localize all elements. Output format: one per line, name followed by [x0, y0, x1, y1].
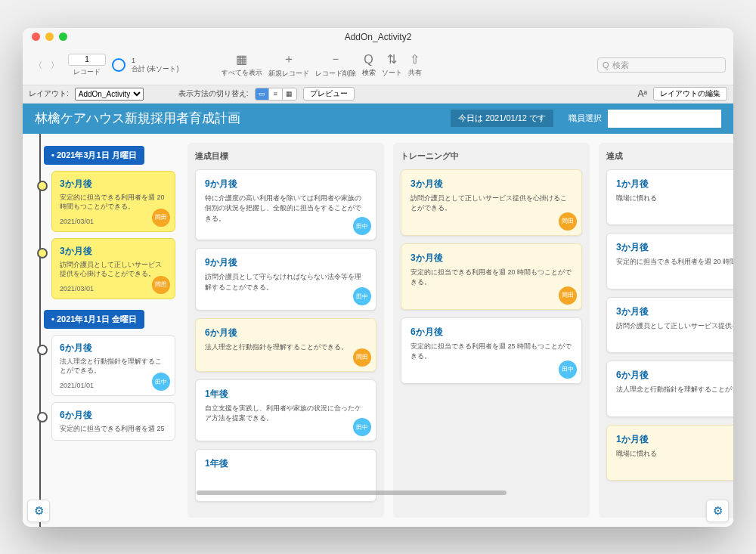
kanban-card[interactable]: 6か月後 安定的に担当できる利用者を週 25 時間もつことができる。 田中	[401, 317, 582, 384]
card-title: 6か月後	[60, 342, 167, 354]
card-description: 訪問介護員として正しいサービス提供を心掛けることができる。	[411, 193, 572, 214]
layout-select[interactable]: AddOn_Activity	[75, 88, 144, 101]
card-description: 訪問介護員として正しいサービス提供をきる。	[616, 321, 733, 332]
total-text: 合計 (未ソート)	[132, 64, 179, 74]
card-title: 6か月後	[411, 326, 572, 339]
kanban-card[interactable]: 3か月後 訪問介護員として正しいサービス提供を心掛けることができる。 岡田	[401, 169, 582, 236]
kanban-card[interactable]: 3か月後 訪問介護員として正しいサービス提供をきる。	[606, 297, 733, 354]
share-button[interactable]: ⇧共有	[408, 52, 422, 78]
share-icon: ⇧	[410, 52, 420, 67]
pie-chart-icon[interactable]	[112, 58, 125, 72]
record-number-input[interactable]	[68, 54, 106, 66]
timeline-date-header: • 2021年1月1日 金曜日	[44, 310, 144, 329]
card-description: 職場に慣れる	[616, 449, 733, 460]
preview-button[interactable]: プレビュー	[303, 87, 355, 101]
card-description: 特に介護度の高い利用者を除いては利用者や家族の個別の状況を把握し、全般的に担当を…	[205, 193, 367, 224]
new-record-button[interactable]: ＋新規レコード	[268, 51, 309, 79]
total-number: 1	[132, 57, 179, 64]
view-list-button[interactable]: ≡	[269, 88, 283, 100]
record-label: レコード	[73, 67, 101, 77]
layout-bar: レイアウト: AddOn_Activity 表示方法の切り替え: ▭ ≡ ▦ プ…	[23, 85, 733, 104]
kanban-card[interactable]: 1年後 自立支援を実践し、利用者や家族の状況に合ったケア方法を提案できる。 田中	[195, 379, 376, 442]
card-description: 自立支援を実践し、利用者や家族の状況に合ったケア方法を提案できる。	[205, 404, 367, 424]
card-description: 安定的に担当できる利用者を週 20 時間	[616, 257, 733, 268]
assignee-badge: 田中	[353, 418, 371, 436]
column-title: トレーニング中	[401, 150, 582, 162]
kanban-card[interactable]: 6か月後 法人理念と行動指針を理解することができる。 岡田	[195, 318, 376, 372]
timeline-card[interactable]: 3か月後 訪問介護員として正しいサービス提供を心掛けることができる。 2021/…	[51, 238, 175, 299]
column-title: 達成目標	[195, 150, 376, 162]
kanban-card[interactable]: 6か月後 法人理念と行動指針を理解することがで	[606, 361, 733, 417]
settings-left-button[interactable]: ⚙	[27, 500, 50, 522]
close-icon[interactable]	[32, 32, 40, 41]
kanban-board[interactable]: 達成目標9か月後 特に介護度の高い利用者を除いては利用者や家族の個別の状況を把握…	[181, 134, 733, 527]
search-icon: Q	[603, 60, 609, 70]
page-title: 林檎ケアハウス新規採用者育成計画	[35, 110, 240, 127]
kanban-card[interactable]: 1か月後 職場に慣れる	[606, 169, 733, 226]
card-description: 安定的に担当できる利用者を週 20 時間もつことができる。	[60, 193, 167, 212]
titlebar: AddOn_Activity2	[23, 28, 733, 46]
horizontal-scrollbar[interactable]	[197, 491, 507, 495]
view-form-button[interactable]: ▭	[256, 88, 269, 100]
show-all-button[interactable]: ▦すべてを表示	[222, 52, 262, 78]
search-button[interactable]: Q検索	[362, 53, 376, 78]
assignee-badge: 田中	[353, 287, 371, 305]
card-title: 3か月後	[60, 245, 167, 258]
card-title: 6か月後	[616, 369, 733, 382]
card-title: 3か月後	[60, 178, 167, 190]
minimize-icon[interactable]	[45, 32, 54, 41]
timeline-card[interactable]: 6か月後 法人理念と行動指針を理解することができる。 2021/01/01 田中	[51, 335, 175, 396]
view-buttons: ▭ ≡ ▦	[255, 88, 297, 101]
view-switch-label: 表示方法の切り替え:	[178, 88, 249, 99]
card-title: 3か月後	[411, 252, 572, 265]
kanban-card[interactable]: 3か月後 安定的に担当できる利用者を週 20 時間	[606, 233, 733, 289]
card-title: 1年後	[205, 457, 367, 470]
kanban-card[interactable]: 9か月後 訪問介護員として守らなければならない法令等を理解することができる。 田…	[195, 248, 376, 311]
card-description: 法人理念と行動指針を理解することができる。	[60, 357, 167, 376]
kanban-column: 達成目標9か月後 特に介護度の高い利用者を除いては利用者や家族の個別の状況を把握…	[187, 143, 384, 518]
assignee-badge: 田中	[152, 373, 170, 391]
card-description: 訪問介護員として正しいサービス提供を心掛けることができる。	[60, 260, 167, 279]
card-title: 3か月後	[616, 241, 733, 254]
card-title: 9か月後	[205, 256, 367, 269]
content-area: • 2021年3月1日 月曜日3か月後 安定的に担当できる利用者を週 20 時間…	[23, 134, 733, 527]
card-title: 1か月後	[616, 178, 733, 190]
zoom-icon[interactable]	[59, 32, 67, 41]
card-title: 3か月後	[411, 178, 572, 190]
assignee-badge: 岡田	[559, 286, 577, 305]
sort-button[interactable]: ⇅ソート	[382, 52, 402, 78]
kanban-card[interactable]: 1か月後 職場に慣れる	[606, 425, 733, 481]
card-description: 訪問介護員として守らなければならない法令等を理解することができる。	[205, 272, 367, 292]
toolbar: 〈 〉 レコード 1 合計 (未ソート) ▦すべてを表示 ＋新規レコード －レコ…	[23, 46, 733, 85]
card-description: 法人理念と行動指針を理解することがで	[616, 385, 733, 395]
assignee-badge: 岡田	[353, 348, 371, 367]
layout-label: レイアウト:	[29, 88, 69, 99]
kanban-card[interactable]: 9か月後 特に介護度の高い利用者を除いては利用者や家族の個別の状況を把握し、全般…	[195, 169, 376, 241]
timeline-card[interactable]: 3か月後 安定的に担当できる利用者を週 20 時間もつことができる。 2021/…	[51, 171, 175, 232]
view-table-button[interactable]: ▦	[283, 88, 296, 100]
delete-record-button[interactable]: －レコード削除	[315, 51, 356, 79]
gear-icon: ⚙	[713, 504, 723, 518]
card-description: 安定的に担当できる利用者を週 20 時間もつことができる。	[411, 268, 572, 288]
gear-icon: ⚙	[34, 504, 44, 518]
search-input[interactable]: Q検索	[597, 57, 726, 73]
nav-back-button[interactable]: 〈	[30, 58, 45, 72]
assignee-badge: 岡田	[152, 276, 170, 294]
card-title: 1か月後	[616, 433, 733, 446]
card-description: 法人理念と行動指針を理解することができる。	[205, 342, 367, 353]
card-title: 6か月後	[60, 409, 167, 422]
card-title: 3か月後	[616, 305, 733, 318]
staff-select-input[interactable]	[608, 110, 721, 128]
settings-right-button[interactable]: ⚙	[706, 500, 729, 522]
kanban-column: 達成1か月後 職場に慣れる 3か月後 安定的に担当できる利用者を週 20 時間 …	[599, 143, 733, 518]
timeline-card[interactable]: 6か月後 安定的に担当できる利用者を週 25	[51, 402, 175, 441]
card-date: 2021/03/01	[60, 285, 167, 292]
window-title: AddOn_Activity2	[345, 32, 412, 42]
text-format-button[interactable]: Aª	[638, 88, 647, 99]
nav-forward-button[interactable]: 〉	[47, 58, 62, 72]
app-window: AddOn_Activity2 〈 〉 レコード 1 合計 (未ソート) ▦すべ…	[23, 28, 733, 527]
edit-layout-button[interactable]: レイアウトの編集	[653, 87, 727, 101]
timeline-column[interactable]: • 2021年3月1日 月曜日3か月後 安定的に担当できる利用者を週 20 時間…	[23, 134, 181, 527]
kanban-card[interactable]: 3か月後 安定的に担当できる利用者を週 20 時間もつことができる。 岡田	[401, 243, 582, 310]
today-date-badge: 今日は 2021/01/12 です	[451, 110, 553, 127]
